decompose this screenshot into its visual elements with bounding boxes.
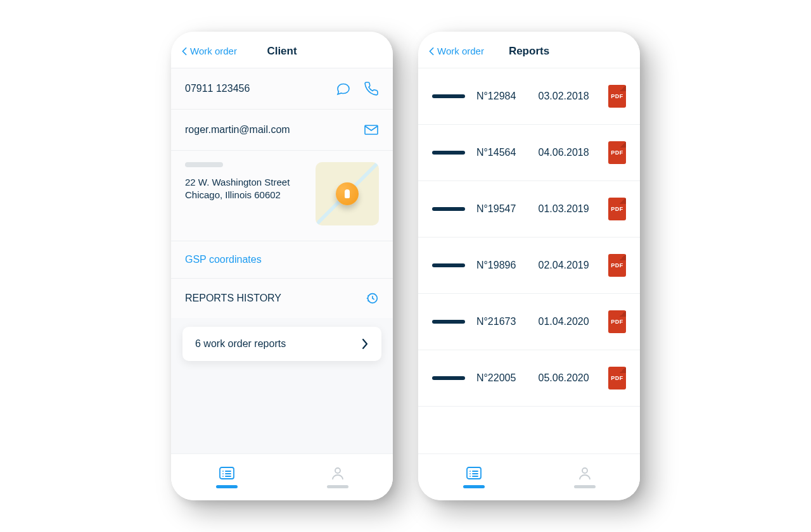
gsp-coordinates-link[interactable]: GSP coordinates (171, 241, 393, 278)
email-row: roger.martin@mail.com (171, 109, 393, 150)
address-line1: 22 W. Washington Street (185, 177, 290, 187)
address-block: 22 W. Washington Street Chicago, Illinoi… (185, 162, 305, 202)
phone-row: 07911 123456 (171, 68, 393, 109)
chevron-right-icon (361, 338, 369, 350)
chevron-left-icon (428, 47, 435, 56)
reports-history-heading: REPORTS HISTORY (171, 278, 393, 318)
report-number: N°21673 (476, 316, 527, 327)
report-row[interactable]: N°12984 03.02.2018 PDF (418, 68, 640, 125)
report-date: 01.03.2019 (539, 203, 597, 215)
phone-value: 07911 123456 (185, 83, 336, 94)
pdf-icon[interactable]: PDF (608, 367, 626, 390)
report-bullet (432, 94, 465, 98)
tab-bar (171, 453, 393, 500)
svg-rect-2 (220, 467, 234, 479)
pdf-icon[interactable]: PDF (608, 254, 626, 277)
tab-profile[interactable] (574, 466, 596, 488)
svg-point-5 (582, 468, 587, 473)
address-line2: Chicago, Illinois 60602 (185, 189, 281, 200)
report-date: 04.06.2018 (539, 147, 597, 158)
person-icon (577, 466, 593, 480)
reports-list: N°12984 03.02.2018 PDF N°14564 04.06.201… (418, 68, 640, 453)
report-number: N°22005 (476, 372, 527, 384)
svg-rect-0 (365, 125, 378, 134)
history-label: REPORTS HISTORY (185, 293, 281, 304)
tab-list[interactable] (216, 466, 238, 488)
pdf-icon[interactable]: PDF (608, 198, 626, 220)
tab-profile[interactable] (327, 466, 348, 488)
header: Work order Reports (418, 32, 640, 68)
pdf-icon[interactable]: PDF (608, 85, 626, 108)
tab-bar (418, 453, 640, 500)
report-row[interactable]: N°22005 05.06.2020 PDF (418, 350, 640, 407)
report-row[interactable]: N°19547 01.03.2019 PDF (418, 181, 640, 238)
address-text: 22 W. Washington Street Chicago, Illinoi… (185, 176, 305, 202)
tab-indicator (216, 485, 238, 488)
back-button[interactable]: Work order (181, 46, 237, 56)
report-bullet (432, 376, 465, 380)
phone-client: Work order Client 07911 123456 roger.mar… (171, 32, 393, 500)
person-icon (329, 466, 346, 480)
email-icon[interactable] (364, 122, 379, 137)
back-button[interactable]: Work order (428, 46, 484, 56)
email-value: roger.martin@mail.com (185, 124, 364, 136)
tab-list[interactable] (463, 466, 485, 488)
report-number: N°19896 (476, 260, 527, 271)
pdf-label: PDF (611, 319, 623, 325)
map-thumbnail[interactable] (316, 162, 379, 225)
report-row[interactable]: N°19896 02.04.2019 PDF (418, 238, 640, 294)
contact-icons (336, 81, 379, 96)
back-label: Work order (190, 46, 237, 56)
report-number: N°19547 (476, 203, 527, 215)
pdf-icon[interactable]: PDF (608, 141, 626, 164)
report-bullet (432, 320, 465, 324)
tab-indicator (327, 485, 348, 488)
report-row[interactable]: N°21673 01.04.2020 PDF (418, 294, 640, 350)
chat-icon[interactable] (336, 81, 351, 96)
report-date: 01.04.2020 (539, 316, 597, 327)
call-icon[interactable] (364, 81, 379, 96)
svg-point-3 (335, 468, 340, 473)
report-date: 03.02.2018 (539, 91, 597, 102)
report-number: N°12984 (476, 91, 527, 102)
svg-rect-4 (467, 467, 481, 479)
back-label: Work order (437, 46, 484, 56)
report-bullet (432, 263, 465, 267)
tab-indicator (574, 485, 596, 488)
reports-count-label: 6 work order reports (195, 338, 361, 350)
report-row[interactable]: N°14564 04.06.2018 PDF (418, 125, 640, 181)
pdf-label: PDF (611, 375, 623, 381)
pdf-label: PDF (611, 149, 623, 156)
phone-reports: Work order Reports N°12984 03.02.2018 PD… (418, 32, 640, 500)
header: Work order Client (171, 32, 393, 68)
address-label-placeholder (185, 162, 223, 167)
report-number: N°14564 (476, 147, 527, 158)
list-icon (466, 466, 482, 480)
chevron-left-icon (181, 47, 188, 56)
gsp-label: GSP coordinates (185, 254, 262, 265)
pdf-label: PDF (611, 262, 623, 269)
report-date: 02.04.2019 (539, 260, 597, 271)
client-body: 07911 123456 roger.martin@mail.com 22 W.… (171, 68, 393, 453)
pdf-label: PDF (611, 93, 623, 99)
tab-indicator (463, 485, 485, 488)
map-pin-icon (336, 182, 359, 205)
report-date: 05.06.2020 (539, 372, 597, 384)
history-icon (365, 291, 379, 305)
pdf-icon[interactable]: PDF (608, 310, 626, 333)
report-bullet (432, 207, 465, 211)
pdf-label: PDF (611, 206, 623, 212)
list-icon (219, 466, 235, 480)
reports-count-card[interactable]: 6 work order reports (182, 327, 381, 361)
report-bullet (432, 151, 465, 155)
address-row: 22 W. Washington Street Chicago, Illinoi… (171, 150, 393, 241)
